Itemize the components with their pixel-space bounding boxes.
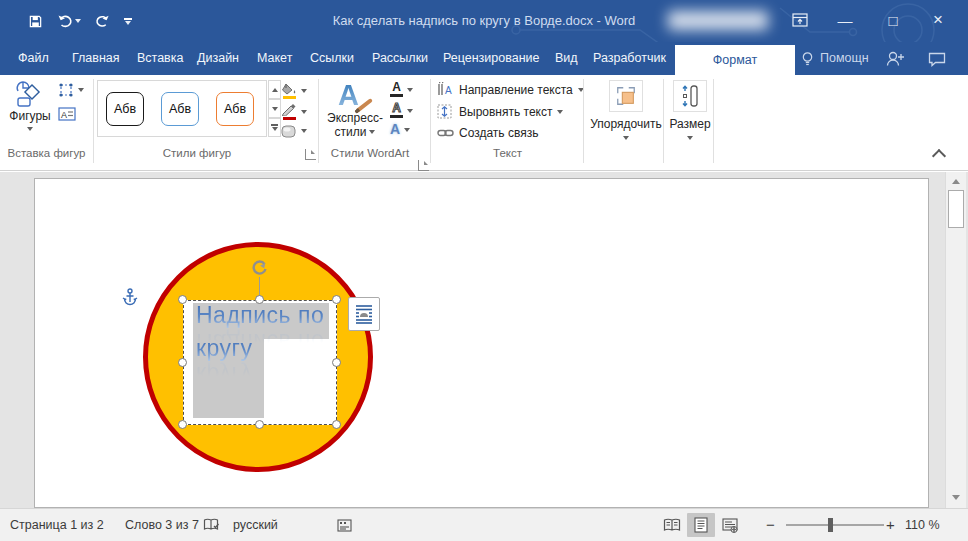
tab-references[interactable]: Ссылки: [310, 42, 354, 75]
resize-handle-bottom-left[interactable]: [178, 420, 187, 429]
resize-handle-top-center[interactable]: [255, 295, 264, 304]
pencil-icon: [281, 103, 297, 116]
text-effects-caret: [404, 128, 410, 132]
scrollbar-thumb[interactable]: [948, 190, 964, 228]
shape-styles-dialog-launcher[interactable]: [305, 149, 316, 160]
text-fill-button[interactable]: А: [390, 82, 413, 97]
lightbulb-icon: [801, 51, 814, 67]
resize-handle-bottom-right[interactable]: [332, 420, 341, 429]
wordart-big-a-icon: А: [338, 79, 359, 111]
create-link-button[interactable]: Создать связь: [437, 126, 538, 140]
shape-style-thumbnail-3[interactable]: Абв: [216, 92, 254, 126]
shapes-button[interactable]: Фигуры: [6, 79, 54, 131]
tab-review[interactable]: Рецензирование: [443, 42, 540, 75]
tab-layout[interactable]: Макет: [257, 42, 292, 75]
zoom-level[interactable]: 110 %: [905, 509, 940, 541]
proofing-icon[interactable]: [203, 518, 220, 532]
page-indicator[interactable]: Страница 1 из 2: [10, 509, 104, 541]
tab-view[interactable]: Вид: [555, 42, 578, 75]
shape-outline-button[interactable]: [281, 103, 307, 120]
macro-shortcuts-icon[interactable]: [337, 519, 352, 532]
text-direction-button[interactable]: A Направление текста: [437, 82, 584, 97]
shape-style-thumbnail-2[interactable]: Абв: [161, 92, 199, 126]
shape-fill-button[interactable]: [281, 82, 307, 99]
group-label-wordart: Стили WordArt: [320, 147, 420, 159]
shapes-dropdown-caret: [27, 127, 33, 131]
tab-insert[interactable]: Вставка: [137, 42, 183, 75]
wordart-text-line1[interactable]: Надпись по: [196, 302, 324, 329]
scroll-down-button[interactable]: [948, 490, 964, 505]
text-effects-button[interactable]: А: [390, 124, 410, 135]
anchor-icon: [122, 288, 138, 306]
collapse-ribbon-button[interactable]: [932, 149, 946, 163]
text-outline-button[interactable]: А: [390, 103, 413, 118]
text-direction-icon: A: [437, 82, 454, 97]
text-fill-caret: [407, 88, 413, 92]
tab-format-active[interactable]: Формат: [675, 45, 795, 75]
read-mode-icon: [663, 518, 681, 532]
quick-styles-label-2: стили: [335, 125, 367, 139]
layout-options-button[interactable]: [348, 297, 380, 331]
resize-handle-bottom-center[interactable]: [255, 420, 264, 429]
gallery-more-button[interactable]: [268, 118, 281, 137]
size-button[interactable]: Размер: [667, 80, 713, 140]
group-divider: [318, 79, 319, 163]
share-button[interactable]: [885, 50, 905, 72]
print-layout-button[interactable]: [687, 513, 715, 537]
ribbon-display-options-button[interactable]: [783, 0, 817, 40]
chain-link-icon: [437, 127, 454, 139]
text-direction-label: Направление текста: [459, 83, 573, 97]
maximize-button[interactable]: □: [876, 0, 910, 40]
person-add-icon: [885, 50, 905, 68]
vertical-scrollbar[interactable]: [945, 172, 966, 508]
tab-developer[interactable]: Разработчик: [593, 42, 666, 75]
wordart-text-line2[interactable]: кругу: [196, 335, 253, 362]
paint-bucket-icon: [281, 82, 297, 95]
web-layout-button[interactable]: [716, 513, 744, 537]
text-outline-caret: [407, 109, 413, 113]
shape-style-thumbnail-1[interactable]: Абв: [106, 92, 144, 126]
gallery-scroll-up-button[interactable]: [268, 80, 281, 99]
word-count[interactable]: Слово 3 из 7: [125, 509, 199, 541]
zoom-out-button[interactable]: −: [766, 509, 775, 541]
zoom-slider-handle[interactable]: [828, 518, 833, 532]
shape-effects-caret: [301, 129, 307, 133]
tab-file[interactable]: Файл: [18, 42, 49, 75]
comments-button[interactable]: [928, 52, 946, 71]
rotation-handle-icon[interactable]: [250, 258, 269, 277]
read-mode-button[interactable]: [658, 513, 686, 537]
svg-text:A: A: [445, 85, 452, 96]
resize-handle-top-left[interactable]: [178, 295, 187, 304]
quick-styles-caret: [369, 130, 375, 134]
size-label: Размер: [669, 117, 710, 131]
edit-shape-button[interactable]: [58, 82, 84, 98]
zoom-in-button[interactable]: +: [886, 509, 895, 541]
minimize-button[interactable]: —: [828, 0, 862, 40]
shape-effects-button[interactable]: [281, 124, 307, 138]
user-account-blurred[interactable]: [668, 11, 768, 30]
draw-text-box-button[interactable]: A: [58, 106, 76, 122]
scroll-up-icon: [952, 179, 960, 184]
resize-handle-mid-right[interactable]: [332, 358, 341, 367]
wordart-dialog-launcher[interactable]: [418, 160, 429, 171]
arrange-button[interactable]: Упорядочить: [589, 80, 663, 140]
tell-me-help[interactable]: Помощн: [801, 42, 869, 75]
scroll-up-button[interactable]: [948, 174, 964, 189]
tab-design[interactable]: Дизайн: [197, 42, 239, 75]
tab-home[interactable]: Главная: [72, 42, 120, 75]
quick-styles-button[interactable]: А Экспресс- стили: [326, 79, 384, 139]
text-box-icon: A: [58, 106, 76, 122]
resize-handle-mid-left[interactable]: [178, 358, 187, 367]
text-effects-icon: А: [390, 124, 400, 135]
size-caret: [687, 136, 693, 140]
gallery-scroll-down-button[interactable]: [268, 99, 281, 118]
zoom-slider-track[interactable]: [786, 524, 884, 526]
language-indicator[interactable]: русский: [233, 509, 278, 541]
tab-mailings[interactable]: Рассылки: [372, 42, 428, 75]
layout-options-icon: [354, 303, 374, 325]
edit-shape-caret: [78, 88, 84, 92]
align-text-button[interactable]: Выровнять текст: [437, 104, 563, 119]
scroll-down-icon: [952, 495, 960, 500]
resize-handle-top-right[interactable]: [332, 295, 341, 304]
close-button[interactable]: ×: [921, 0, 955, 40]
